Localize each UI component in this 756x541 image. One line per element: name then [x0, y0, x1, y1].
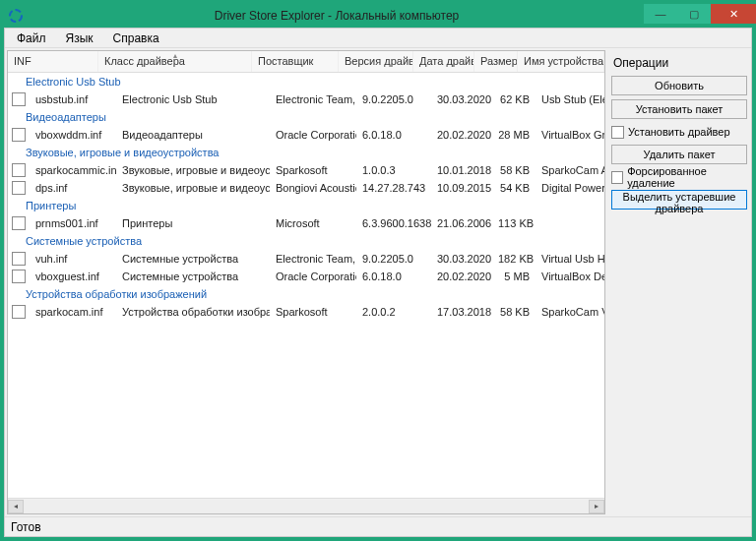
select-old-drivers-button[interactable]: Выделить устаревшие драйвера: [611, 190, 747, 210]
header-provider[interactable]: Поставщик: [252, 51, 339, 72]
header-class[interactable]: Класс драйвера: [98, 51, 252, 72]
status-text: Готов: [11, 520, 41, 534]
horizontal-scrollbar[interactable]: ◂ ▸: [8, 498, 604, 513]
cell-size: 182 KB: [492, 253, 536, 265]
app-icon: [8, 8, 24, 24]
menubar: Файл Язык Справка: [5, 29, 751, 48]
cell-date: 21.06.2006: [431, 217, 492, 229]
menu-language[interactable]: Язык: [58, 30, 101, 47]
titlebar[interactable]: Driver Store Explorer - Локальный компью…: [4, 4, 752, 28]
table-row[interactable]: prnms001.infПринтерыMicrosoft6.3.9600.16…: [8, 214, 604, 232]
header-device[interactable]: Имя устройства: [518, 51, 604, 72]
table-row[interactable]: vuh.infСистемные устройстваElectronic Te…: [8, 250, 604, 268]
statusbar: Готов: [5, 516, 751, 536]
row-checkbox[interactable]: [12, 216, 26, 230]
header-date[interactable]: Дата драйвера: [413, 51, 474, 72]
checkbox-icon[interactable]: [611, 126, 624, 139]
scroll-right-icon[interactable]: ▸: [589, 500, 604, 513]
cell-provider: Sparkosoft: [270, 306, 356, 318]
header-version[interactable]: Версия драйвера: [339, 51, 413, 72]
row-checkbox[interactable]: [12, 181, 26, 195]
cell-class: Electronic Usb Stub: [116, 93, 270, 105]
cell-device: Digital Power Station: [536, 182, 604, 194]
menu-file[interactable]: Файл: [9, 30, 54, 47]
header-size[interactable]: Размер: [474, 51, 518, 72]
close-button[interactable]: ✕: [711, 4, 756, 24]
checkbox-icon[interactable]: [611, 171, 623, 184]
force-delete-checkbox-row[interactable]: Форсированное удаление: [611, 168, 747, 186]
cell-device: SparkoCam Video: [536, 306, 604, 318]
table-row[interactable]: vboxguest.infСистемные устройстваOracle …: [8, 268, 604, 285]
row-checkbox[interactable]: [12, 270, 26, 283]
cell-date: 17.03.2018: [431, 306, 492, 318]
table-row[interactable]: usbstub.infElectronic Usb StubElectronic…: [8, 90, 604, 108]
cell-version: 9.0.2205.0: [356, 253, 431, 265]
cell-version: 9.0.2205.0: [356, 93, 431, 105]
row-checkbox[interactable]: [12, 252, 26, 266]
group-header[interactable]: Системные устройства: [8, 232, 604, 250]
row-checkbox[interactable]: [12, 128, 26, 142]
cell-class: Видеоадаптеры: [116, 129, 270, 141]
cell-provider: Bongiovi Acoustics: [270, 182, 356, 194]
cell-provider: Oracle Corporation: [270, 129, 356, 141]
cell-device: SparkoCam Audio: [536, 164, 604, 176]
driver-list[interactable]: Electronic Usb Stubusbstub.infElectronic…: [8, 73, 604, 498]
cell-device: VirtualBox Device: [536, 270, 604, 282]
group-header[interactable]: Устройства обработки изображений: [8, 285, 604, 303]
maximize-button[interactable]: ▢: [677, 4, 711, 24]
cell-date: 30.03.2020: [431, 253, 492, 265]
cell-inf: vuh.inf: [30, 253, 116, 265]
cell-provider: Sparkosoft: [270, 164, 356, 176]
menu-help[interactable]: Справка: [105, 30, 167, 47]
group-header[interactable]: Видеоадаптеры: [8, 108, 604, 126]
group-header[interactable]: Electronic Usb Stub: [8, 73, 604, 90]
group-header[interactable]: Принтеры: [8, 197, 604, 214]
cell-inf: usbstub.inf: [30, 93, 116, 105]
refresh-button[interactable]: Обновить: [611, 76, 747, 95]
cell-class: Системные устройства: [116, 270, 270, 282]
cell-provider: Electronic Team, Inc.: [270, 253, 356, 265]
cell-provider: Oracle Corporation: [270, 270, 356, 282]
row-checkbox[interactable]: [12, 92, 26, 106]
install-driver-label: Установить драйвер: [628, 126, 730, 138]
cell-version: 6.0.18.0: [356, 270, 431, 282]
cell-version: 6.3.9600.16384: [356, 217, 431, 229]
cell-class: Принтеры: [116, 217, 270, 229]
cell-class: Системные устройства: [116, 253, 270, 265]
delete-package-button[interactable]: Удалить пакет: [611, 145, 747, 164]
force-delete-label: Форсированное удаление: [627, 165, 747, 189]
cell-date: 10.01.2018: [431, 164, 492, 176]
cell-device: VirtualBox Graphics Ac: [536, 129, 604, 141]
row-checkbox[interactable]: [12, 305, 26, 319]
cell-version: 2.0.0.2: [356, 306, 431, 318]
install-package-button[interactable]: Установить пакет: [611, 99, 747, 119]
install-driver-checkbox-row[interactable]: Установить драйвер: [611, 123, 747, 141]
cell-device: Virtual Usb Hub: [536, 253, 604, 265]
cell-size: 58 KB: [492, 164, 536, 176]
cell-device: Usb Stub (Electronic T: [536, 93, 604, 105]
table-row[interactable]: sparkocammic.infЗвуковые, игровые и виде…: [8, 161, 604, 179]
cell-size: 113 KB: [492, 217, 536, 229]
cell-class: Устройства обработки изображений: [116, 306, 270, 318]
cell-date: 10.09.2015: [431, 182, 492, 194]
scroll-track[interactable]: [24, 500, 589, 513]
cell-version: 6.0.18.0: [356, 129, 431, 141]
driver-list-pane: INF Класс драйвера Поставщик Версия драй…: [7, 50, 605, 514]
table-row[interactable]: dps.infЗвуковые, игровые и видеоустройст…: [8, 179, 604, 197]
table-row[interactable]: sparkocam.infУстройства обработки изобра…: [8, 303, 604, 321]
cell-version: 1.0.0.3: [356, 164, 431, 176]
header-inf[interactable]: INF: [8, 51, 98, 72]
group-header[interactable]: Звуковые, игровые и видеоустройства: [8, 144, 604, 161]
cell-provider: Electronic Team, Inc.: [270, 93, 356, 105]
cell-inf: prnms001.inf: [30, 217, 116, 229]
scroll-left-icon[interactable]: ◂: [8, 500, 24, 513]
minimize-button[interactable]: —: [644, 4, 677, 24]
table-row[interactable]: vboxwddm.infВидеоадаптерыOracle Corporat…: [8, 126, 604, 144]
operations-pane: Операции Обновить Установить пакет Устан…: [609, 50, 749, 514]
cell-inf: sparkocammic.inf: [30, 164, 116, 176]
cell-inf: sparkocam.inf: [30, 306, 116, 318]
cell-inf: dps.inf: [30, 182, 116, 194]
row-checkbox[interactable]: [12, 163, 26, 177]
window-frame: Driver Store Explorer - Локальный компью…: [0, 0, 756, 541]
cell-inf: vboxwddm.inf: [30, 129, 116, 141]
